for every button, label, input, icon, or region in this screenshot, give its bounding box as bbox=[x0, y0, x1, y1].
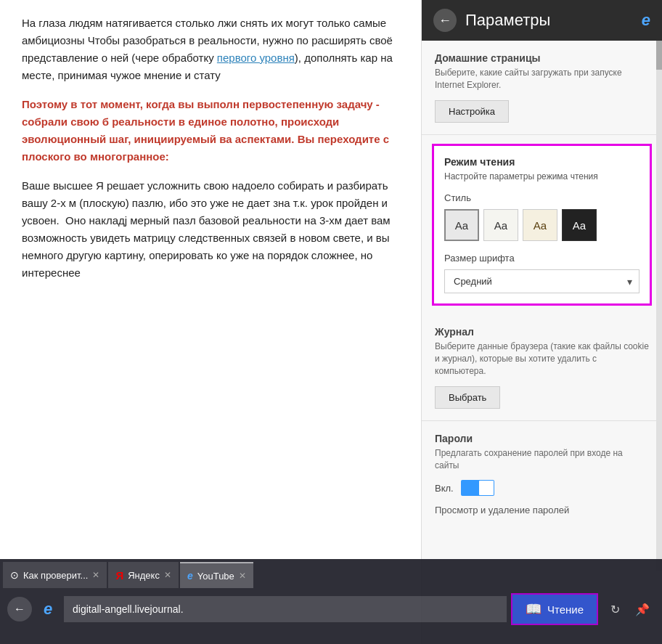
ie-icon: e bbox=[642, 11, 650, 30]
paragraph-1: На глаза людям натягивается столько лжи … bbox=[22, 15, 399, 84]
main-content: На глаза людям натягивается столько лжи … bbox=[0, 0, 421, 559]
tab-3-icon: e bbox=[187, 570, 193, 582]
reading-book-icon: 📖 bbox=[526, 601, 542, 617]
reading-mode-button[interactable]: 📖 Чтение bbox=[511, 593, 598, 625]
tab-item-2[interactable]: Я Яндекс ✕ bbox=[108, 562, 179, 588]
tab-1-close[interactable]: ✕ bbox=[92, 570, 99, 580]
ie-browser-icon: e bbox=[44, 600, 52, 619]
taskbar: ⊙ Как проверит... ✕ Я Яндекс ✕ e YouTube… bbox=[0, 559, 662, 644]
tab-2-close[interactable]: ✕ bbox=[164, 570, 171, 580]
toggle-thumb bbox=[479, 481, 494, 495]
back-button[interactable]: ← bbox=[433, 9, 457, 32]
tabs-row: ⊙ Как проверит... ✕ Я Яндекс ✕ e YouTube… bbox=[0, 559, 662, 591]
scroll-thumb[interactable] bbox=[656, 41, 662, 70]
reading-mode-title: Режим чтения bbox=[444, 156, 639, 168]
browser-icon: e bbox=[36, 598, 60, 621]
journal-section: Журнал Выберите данные браузера (такие к… bbox=[422, 314, 662, 420]
style-option-default[interactable]: Aa bbox=[483, 209, 518, 241]
tab-3-label: YouTube bbox=[197, 571, 234, 582]
back-nav-button[interactable]: ← bbox=[7, 597, 32, 621]
paragraph-3: Ваше высшее Я решает усложнить свою надо… bbox=[22, 177, 399, 282]
address-bar-input[interactable] bbox=[64, 596, 507, 622]
style-option-dark[interactable]: Aa bbox=[562, 209, 597, 241]
tab-item-1[interactable]: ⊙ Как проверит... ✕ bbox=[3, 562, 107, 588]
extra-icons: ↻ 📌 bbox=[602, 597, 655, 621]
home-pages-description: Выберите, какие сайты загружать при запу… bbox=[435, 67, 649, 91]
tab-3-close[interactable]: ✕ bbox=[239, 571, 246, 581]
first-level-link[interactable]: первого уровня bbox=[217, 52, 295, 64]
journal-select-button[interactable]: Выбрать bbox=[435, 386, 500, 409]
style-option-light[interactable]: Aa bbox=[444, 209, 479, 241]
home-pages-configure-button[interactable]: Настройка bbox=[435, 100, 509, 123]
passwords-description: Предлагать сохранение паролей при входе … bbox=[435, 447, 649, 472]
journal-title: Журнал bbox=[435, 326, 649, 338]
scroll-indicator bbox=[656, 41, 662, 571]
style-option-sepia[interactable]: Aa bbox=[523, 209, 557, 241]
reading-mode-section: Режим чтения Настройте параметры режима … bbox=[432, 144, 652, 306]
tab-1-icon: ⊙ bbox=[10, 569, 19, 581]
passwords-title: Пароли bbox=[435, 433, 649, 444]
tab-item-3[interactable]: e YouTube ✕ bbox=[180, 562, 253, 588]
font-size-label: Размер шрифта bbox=[444, 253, 639, 264]
pin-icon[interactable]: 📌 bbox=[630, 597, 655, 621]
settings-title: Параметры bbox=[465, 11, 633, 30]
reading-button-label: Чтение bbox=[547, 603, 584, 616]
address-row: ← e 📖 Чтение ↻ 📌 bbox=[0, 591, 662, 627]
journal-description: Выберите данные браузера (такие как файл… bbox=[435, 341, 649, 377]
back-nav-icon: ← bbox=[14, 603, 25, 616]
view-passwords-link[interactable]: Просмотр и удаление паролей bbox=[435, 505, 649, 515]
refresh-icon[interactable]: ↻ bbox=[602, 597, 627, 621]
tab-2-icon: Я bbox=[115, 569, 123, 582]
passwords-section: Пароли Предлагать сохранение паролей при… bbox=[422, 421, 662, 528]
home-pages-section: Домашние страницы Выберите, какие сайты … bbox=[422, 41, 662, 135]
font-size-select[interactable]: Маленький Средний Большой Очень большой bbox=[444, 269, 639, 293]
tab-2-label: Яндекс bbox=[128, 570, 160, 581]
passwords-toggle-label: Вкл. bbox=[435, 483, 454, 494]
font-size-select-wrapper: Маленький Средний Большой Очень большой bbox=[444, 269, 639, 293]
reading-mode-description: Настройте параметры режима чтения bbox=[444, 171, 639, 183]
tab-1-label: Как проверит... bbox=[23, 570, 88, 581]
passwords-toggle[interactable] bbox=[461, 480, 494, 496]
settings-header: ← Параметры e bbox=[422, 0, 662, 41]
style-label: Стиль bbox=[444, 192, 639, 203]
home-pages-title: Домашние страницы bbox=[435, 52, 649, 64]
settings-panel: ← Параметры e Домашние страницы Выберите… bbox=[421, 0, 662, 644]
paragraph-red: Поэтому в тот момент, когда вы выполн пе… bbox=[22, 96, 399, 166]
back-arrow-icon: ← bbox=[438, 13, 451, 28]
passwords-toggle-row: Вкл. bbox=[435, 480, 649, 496]
style-options: Aa Aa Aa Aa bbox=[444, 209, 639, 241]
